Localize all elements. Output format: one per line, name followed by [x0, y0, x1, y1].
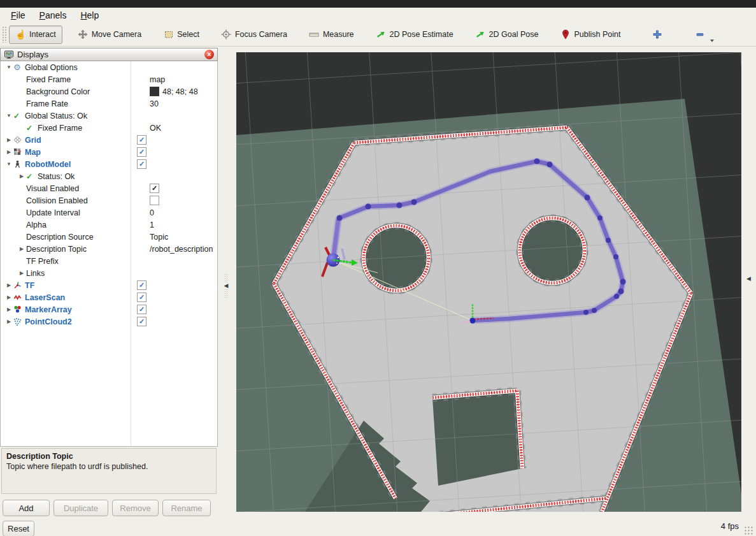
property-name-cell: ▶PointCloud2: [1, 317, 134, 326]
expand-arrow-open-icon[interactable]: ▼: [4, 64, 13, 70]
property-value-cell[interactable]: 48; 48; 48: [147, 87, 198, 96]
tool-publish-point[interactable]: Publish Point: [553, 25, 627, 44]
property-value-cell[interactable]: ✓: [134, 280, 146, 290]
duplicate-button[interactable]: Duplicate: [53, 500, 108, 516]
toolbar-drag-handle[interactable]: [2, 26, 6, 43]
property-value-cell[interactable]: ✓: [134, 135, 146, 145]
tool-2d-goal-pose[interactable]: 2D Goal Pose: [469, 25, 545, 44]
property-name-cell: Update Interval: [1, 208, 147, 217]
checkbox-checked[interactable]: ✓: [137, 305, 146, 314]
tree-row-alpha[interactable]: Alpha1: [1, 219, 217, 231]
property-value-cell[interactable]: [147, 196, 159, 205]
tool-label: Publish Point: [574, 30, 620, 39]
expand-arrow-closed-icon[interactable]: ▶: [4, 137, 13, 143]
property-value-cell[interactable]: 0: [147, 208, 154, 217]
checkbox-checked[interactable]: ✓: [137, 293, 146, 302]
checkbox-checked[interactable]: ✓: [137, 147, 146, 157]
property-label: MarkerArray: [25, 305, 72, 314]
property-label: Collision Enabled: [26, 196, 88, 205]
menu-item-help[interactable]: Help: [73, 9, 106, 22]
expand-arrow-closed-icon[interactable]: ▶: [17, 173, 26, 179]
tree-row-laserscan[interactable]: ▶LaserScan✓: [1, 291, 217, 303]
tool-move-camera[interactable]: Move Camera: [71, 25, 148, 44]
property-value-cell[interactable]: 30: [147, 99, 159, 108]
property-value-cell[interactable]: OK: [147, 124, 161, 133]
tree-row-description-topic[interactable]: ▶Description Topic/robot_description: [1, 243, 217, 255]
expand-arrow-closed-icon[interactable]: ▶: [4, 319, 13, 324]
expand-arrow-open-icon[interactable]: ▼: [4, 161, 13, 167]
expand-arrow-closed-icon[interactable]: ▶: [17, 270, 26, 276]
rename-button[interactable]: Rename: [162, 500, 211, 516]
tree-row-frame-rate[interactable]: Frame Rate30: [1, 98, 217, 110]
tree-row-grid[interactable]: ▶Grid✓: [1, 134, 217, 146]
expand-arrow-closed-icon[interactable]: ▶: [4, 307, 13, 312]
checkbox-checked[interactable]: ✓: [137, 135, 146, 145]
3d-viewport[interactable]: [236, 52, 741, 512]
expand-arrow-closed-icon[interactable]: ▶: [4, 294, 13, 300]
property-value-cell[interactable]: ✓: [134, 147, 146, 157]
tree-row-collision-enabled[interactable]: Collision Enabled: [1, 194, 217, 206]
add-button[interactable]: Add: [3, 500, 50, 516]
tree-row-links[interactable]: ▶Links: [1, 267, 217, 279]
tree-row-background-color[interactable]: Background Color48; 48; 48: [1, 85, 217, 98]
expand-arrow-closed-icon[interactable]: ▶: [4, 149, 13, 155]
checkbox-unchecked[interactable]: [150, 196, 159, 205]
property-value-cell[interactable]: 1: [147, 221, 154, 229]
tool-select[interactable]: Select: [157, 25, 206, 44]
window-title-strip: [0, 0, 756, 8]
tool-2d-pose-estimate[interactable]: 2D Pose Estimate: [369, 25, 460, 44]
property-value-text: map: [150, 75, 165, 84]
tree-row-visual-enabled[interactable]: Visual Enabled✓: [1, 182, 217, 194]
property-value-cell[interactable]: ✓: [134, 317, 146, 326]
tree-row-status-ok[interactable]: ▶✓Status: Ok: [1, 170, 217, 182]
tree-row-global-status-ok[interactable]: ▼✓Global Status: Ok: [1, 110, 217, 122]
panel-splitter-right[interactable]: ◀: [746, 275, 751, 282]
window-resize-grip[interactable]: [744, 526, 754, 535]
displays-panel-titlebar[interactable]: Displays ×: [0, 48, 218, 61]
tree-row-tf[interactable]: ▶TF✓: [1, 279, 217, 291]
property-value-cell[interactable]: /robot_description: [147, 245, 213, 254]
checkbox-checked[interactable]: ✓: [137, 159, 146, 169]
checkbox-checked[interactable]: ✓: [137, 317, 146, 326]
tree-row-robotmodel[interactable]: ▼RobotModel✓: [1, 158, 217, 170]
property-value-cell[interactable]: ✓: [134, 159, 146, 169]
tool-measure[interactable]: Measure: [303, 25, 360, 44]
menu-item-file[interactable]: File: [4, 9, 32, 22]
property-value-text: 0: [150, 208, 154, 217]
close-panel-button[interactable]: ×: [204, 50, 214, 59]
robot-model-icon: [13, 160, 22, 168]
tree-row-update-interval[interactable]: Update Interval0: [1, 206, 217, 219]
property-value-cell[interactable]: ✓: [134, 305, 146, 314]
tree-row-global-options[interactable]: ▼⚙Global Options: [1, 61, 217, 73]
remove-button[interactable]: Remove: [112, 500, 159, 516]
tree-row-description-source[interactable]: Description SourceTopic: [1, 231, 217, 243]
tree-row-pointcloud2[interactable]: ▶PointCloud2✓: [1, 315, 217, 328]
expand-arrow-closed-icon[interactable]: ▶: [17, 246, 26, 252]
reset-button[interactable]: Reset: [3, 521, 34, 536]
plus-icon: [652, 29, 662, 40]
tool-interact[interactable]: ☝ Interact: [9, 25, 62, 44]
tree-row-fixed-frame[interactable]: Fixed Framemap: [1, 73, 217, 85]
tree-row-map[interactable]: ▶Map✓: [1, 146, 217, 158]
property-value-cell[interactable]: Topic: [147, 233, 168, 242]
add-tool-button[interactable]: [647, 25, 667, 44]
menu-item-panels[interactable]: Panels: [32, 9, 74, 22]
checkbox-checked[interactable]: ✓: [150, 184, 159, 193]
expand-arrow-open-icon[interactable]: ▼: [4, 113, 13, 119]
remove-tool-button[interactable]: [690, 25, 710, 44]
expand-arrow-closed-icon[interactable]: ▶: [4, 282, 13, 288]
status-ok-check-icon: ✓: [13, 112, 20, 120]
tree-row-fixed-frame[interactable]: ✓Fixed FrameOK: [1, 122, 217, 134]
tool-focus-camera[interactable]: Focus Camera: [215, 25, 294, 44]
checkbox-checked[interactable]: ✓: [137, 280, 146, 290]
property-value-cell[interactable]: ✓: [134, 293, 146, 302]
panel-splitter-left[interactable]: ◀: [223, 271, 229, 300]
property-value-text: 48; 48; 48: [162, 87, 198, 96]
tree-row-markerarray[interactable]: ▶MarkerArray✓: [1, 303, 217, 315]
tree-row-tf-prefix[interactable]: TF Prefix: [1, 255, 217, 267]
property-name-cell: ▼RobotModel: [1, 160, 134, 169]
property-value-cell[interactable]: ✓: [147, 184, 159, 193]
toolbar: ☝ Interact Move Camera Select Focus Came…: [0, 23, 756, 47]
property-label: Alpha: [26, 221, 46, 229]
property-value-cell[interactable]: map: [147, 75, 165, 84]
